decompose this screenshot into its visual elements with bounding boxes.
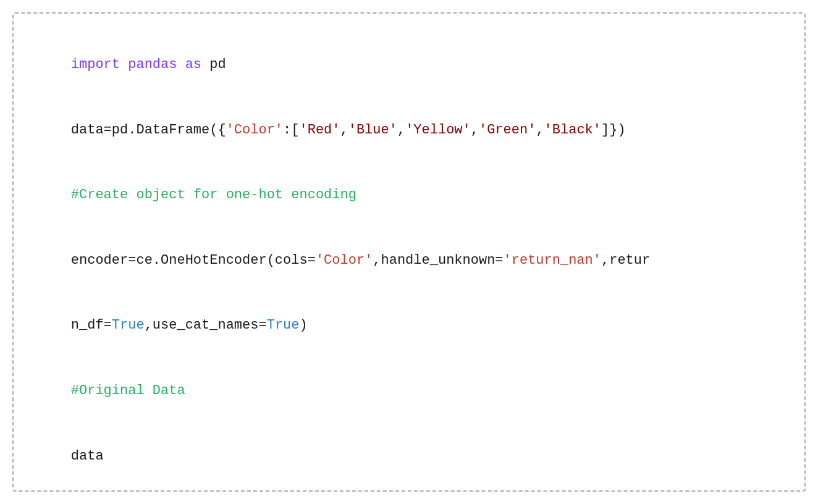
handle-unknown-text: ,handle_unknown=: [373, 253, 503, 268]
red-value: 'Red': [299, 122, 340, 138]
comment-text-2: #Original Data: [71, 383, 185, 398]
data-line: data: [38, 423, 780, 489]
use-cat-names-text: ,use_cat_names=: [145, 317, 267, 333]
data-keyword: data: [71, 448, 104, 464]
encoder-line-2: n_df=True,use_cat_names=True): [38, 293, 780, 358]
comma-3: ,: [471, 122, 479, 138]
encoder-line-1: encoder=ce.OneHotEncoder(cols='Color',ha…: [38, 228, 780, 293]
true-val-2: True: [267, 317, 300, 333]
black-value: 'Black': [544, 122, 601, 138]
encoder-assign: encoder=ce.OneHotEncoder(cols=: [71, 253, 316, 268]
data-assign: data=pd.DataFrame({: [71, 122, 226, 138]
n-df-text: n_df=: [71, 317, 112, 333]
import-line: import pandas as pd: [38, 32, 780, 98]
encoder-color-val: 'Color': [316, 253, 373, 268]
dataframe-line: data=pd.DataFrame({'Color':['Red','Blue'…: [38, 98, 780, 163]
comma-1: ,: [340, 122, 348, 138]
blue-value: 'Blue': [348, 122, 397, 138]
yellow-value: 'Yellow': [405, 122, 471, 138]
comment-original-data: #Original Data: [38, 358, 780, 424]
comment-one-hot: #Create object for one-hot encoding: [38, 162, 780, 228]
import-keyword: import pandas: [71, 57, 185, 72]
close-paren: ): [300, 317, 308, 333]
pd-text: pd: [201, 57, 226, 72]
color-key: 'Color': [226, 122, 283, 138]
code-editor: import pandas as pd data=pd.DataFrame({'…: [12, 12, 806, 492]
true-val-1: True: [112, 317, 145, 333]
as-keyword: as: [185, 57, 201, 72]
comment-text-1: #Create object for one-hot encoding: [71, 187, 356, 203]
colon-bracket: :[: [283, 122, 299, 138]
close-brackets: ]}): [601, 122, 626, 138]
comma-4: ,: [536, 122, 544, 138]
green-value: 'Green': [479, 122, 536, 138]
retur-text: ,retur: [601, 253, 650, 268]
comma-2: ,: [397, 122, 405, 138]
return-nan-val: 'return_nan': [504, 253, 601, 268]
